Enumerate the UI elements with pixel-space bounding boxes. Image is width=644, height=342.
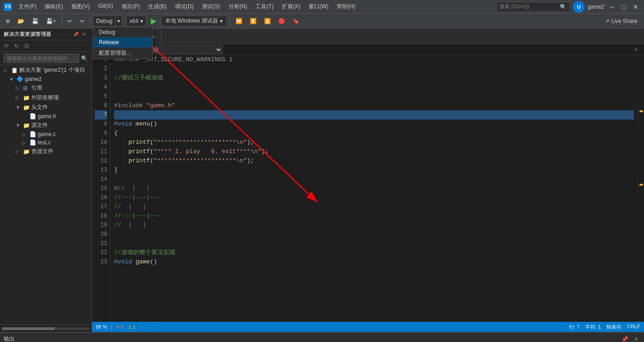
sidebar-item-gameh[interactable]: 📄 game.h: [0, 112, 92, 120]
debug-config-dropdown[interactable]: Debug ▾ Debug Release 配置管理器...: [93, 16, 122, 27]
sidebar-item-external-deps[interactable]: ▷ 📁 外部依赖项: [0, 93, 92, 103]
menu-bar: 文件(F) 编辑(E) 视图(V) Git(G) 项目(P) 生成(B) 调试(…: [15, 2, 494, 11]
breadcrumb-add-btn[interactable]: +: [631, 45, 640, 54]
gamec-icon: 📄: [29, 131, 36, 137]
code-line-9: {: [114, 129, 634, 138]
code-line-1: #define _CRT_SECURE_NO_WARNINGS 1: [114, 55, 634, 64]
sidebar-refresh-btn[interactable]: ↻: [12, 41, 21, 51]
debug-config-label[interactable]: Debug: [93, 16, 115, 27]
new-project-btn[interactable]: ⊕: [3, 17, 13, 25]
menu-test[interactable]: 测试(S): [198, 2, 224, 11]
menu-file[interactable]: 文件(F): [15, 2, 40, 11]
sidebar-search-icon: 🔍: [81, 55, 88, 62]
breakpoint-btn[interactable]: 🔴: [276, 17, 288, 25]
open-btn[interactable]: 📂: [15, 17, 27, 25]
menu-extensions[interactable]: 扩展(X): [278, 2, 304, 11]
platform-select[interactable]: x64 ▾: [126, 16, 146, 27]
gameh-label: game.h: [38, 113, 88, 120]
step-into-btn[interactable]: ⏬: [247, 17, 259, 25]
debugger-selector[interactable]: 本地 Windows 调试器 ▾: [161, 16, 227, 27]
sidebar-pin-btn[interactable]: 📌: [72, 31, 80, 38]
menu-window[interactable]: 窗口(W): [305, 2, 332, 11]
status-tab-mode: 制表符: [606, 324, 621, 331]
menu-project[interactable]: 项目(P): [118, 2, 144, 11]
maximize-button[interactable]: □: [619, 2, 628, 11]
output-pin-btn[interactable]: 📌: [620, 335, 630, 342]
debug-config-arrow[interactable]: ▾: [115, 16, 122, 27]
bookmark-btn[interactable]: 🔖: [290, 17, 302, 25]
sidebar-item-headers[interactable]: ▼ 📁 头文件: [0, 103, 92, 112]
title-bar: VS 文件(F) 编辑(E) 视图(V) Git(G) 项目(P) 生成(B) …: [0, 0, 644, 14]
menu-debug[interactable]: 调试(D): [171, 2, 197, 11]
output-header: 输出 📌 ✕: [0, 333, 644, 342]
sidebar-search-input[interactable]: [4, 54, 79, 63]
undo-btn[interactable]: ↩: [65, 17, 75, 25]
zoom-level: 98 %: [96, 324, 107, 330]
external-label: 外部依赖项: [31, 94, 88, 102]
status-down-arrow[interactable]: ↓: [146, 324, 149, 330]
code-line-23: ⊟void game(): [114, 257, 634, 267]
dropdown-debug-item[interactable]: Debug: [93, 27, 152, 37]
save-btn[interactable]: 💾: [29, 17, 41, 25]
dropdown-release-item[interactable]: Release: [93, 37, 152, 47]
line-numbers: 12345 678910 1112131415 1617181920 21222…: [92, 55, 110, 322]
warning-count[interactable]: ⚠ 1: [127, 324, 136, 330]
sidebar: 解决方案资源管理器 📌 ✕ ⟳ ↻ ⊟ 🔍 ▷ 📋 解决方案 'game2'(1…: [0, 28, 92, 332]
headers-icon: 📁: [23, 104, 29, 111]
step-over-btn[interactable]: ⏩: [233, 17, 245, 25]
testc-label: test.c: [38, 139, 88, 146]
sidebar-item-testc[interactable]: ▷ 📄 test.c: [0, 138, 92, 147]
code-line-6: #include "game.h": [114, 101, 634, 110]
menu-tools[interactable]: 工具(T): [252, 2, 277, 11]
sidebar-item-references[interactable]: ▷ ⊞ 引用: [0, 83, 92, 93]
save-all-btn[interactable]: 💾+: [43, 17, 59, 25]
resources-icon: 📁: [23, 148, 29, 155]
sidebar-item-game2[interactable]: ▼ 🔷 game2: [0, 75, 92, 83]
debug-dropdown-menu: Debug Release 配置管理器...: [93, 27, 153, 59]
sidebar-sync-btn[interactable]: ⟳: [2, 41, 11, 51]
chevron-solution: ▷: [4, 68, 9, 73]
status-up-arrow[interactable]: ↑: [139, 324, 142, 330]
code-line-21: [114, 239, 634, 248]
sidebar-collapse-btn[interactable]: ⊟: [22, 41, 31, 51]
sidebar-header: 解决方案资源管理器 📌 ✕: [0, 28, 92, 40]
menu-build[interactable]: 生成(B): [144, 2, 170, 11]
minimize-button[interactable]: ─: [607, 2, 616, 11]
status-sep1: |: [111, 324, 112, 330]
resources-label: 资源文件: [31, 148, 88, 155]
sidebar-close-btn[interactable]: ✕: [80, 31, 88, 38]
run-button[interactable]: ▶: [148, 16, 159, 26]
search-placeholder: 搜索 (Ctrl+Q): [500, 3, 529, 10]
menu-view[interactable]: 视图(V): [68, 2, 93, 11]
sidebar-item-solution[interactable]: ▷ 📋 解决方案 'game2'(1 个项目: [0, 65, 92, 75]
live-share-button[interactable]: ↗ Live Share: [601, 17, 641, 25]
live-share-icon: ↗: [605, 18, 610, 24]
dropdown-config-manager-item[interactable]: 配置管理器...: [93, 47, 152, 59]
sep3: [230, 17, 230, 26]
sidebar-scrollbar[interactable]: [2, 327, 90, 330]
error-count[interactable]: ✕ 0: [116, 324, 124, 330]
menu-edit[interactable]: 编辑(E): [41, 2, 67, 11]
user-avatar[interactable]: U: [573, 1, 585, 13]
chevron-sources: ▼: [16, 123, 21, 128]
status-line-ending: CRLF: [627, 324, 640, 331]
gameh-icon: 📄: [29, 113, 36, 120]
output-close-btn[interactable]: ✕: [632, 335, 640, 342]
sidebar-controls: 📌 ✕: [72, 31, 88, 38]
menu-git[interactable]: Git(G): [94, 2, 117, 11]
sidebar-item-resources[interactable]: ▷ 📁 资源文件: [0, 147, 92, 156]
menu-help[interactable]: 帮助(H): [333, 2, 359, 11]
sidebar-item-gamec[interactable]: ▷ 📄 game.c: [0, 130, 92, 138]
code-line-4: [114, 83, 634, 92]
solution-icon: 📋: [11, 67, 17, 74]
menu-analyze[interactable]: 分析(N): [225, 2, 251, 11]
scrollbar-warning-mark: [639, 184, 643, 186]
redo-btn[interactable]: ↪: [77, 17, 87, 25]
code-content[interactable]: #define _CRT_SECURE_NO_WARNINGS 1 //测试三子…: [110, 55, 638, 322]
output-panel: 输出 📌 ✕ 显示输出出来源(S): ↵ 🗑 ⊞ 🔍 错误列表 输出: [0, 332, 644, 342]
editor-status-bar: 98 % | ✕ 0 ⚠ 1 ↑ ↓ 行: 7 字符: 1 制表符 CRLF: [92, 322, 644, 332]
close-button[interactable]: ✕: [631, 2, 640, 11]
scrollbar-error-mark: [639, 110, 643, 112]
sidebar-item-sources[interactable]: ▼ 📁 源文件: [0, 120, 92, 130]
step-out-btn[interactable]: ⏫: [261, 17, 274, 25]
